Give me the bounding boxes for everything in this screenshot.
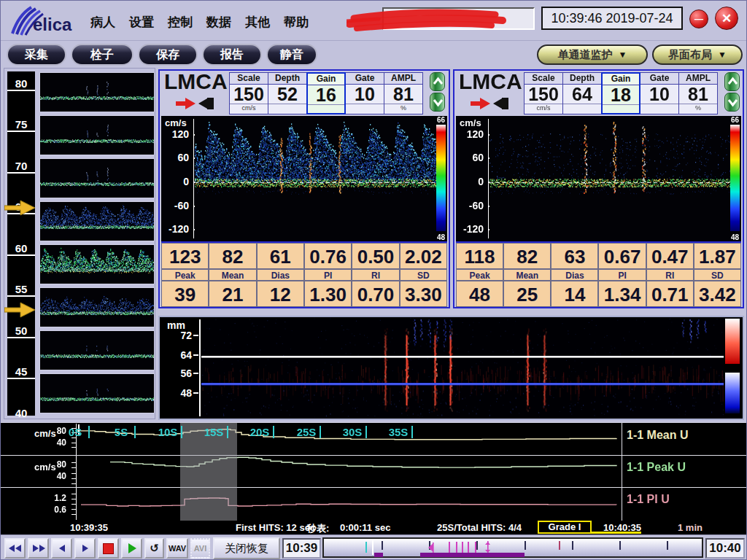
close-button[interactable]: ✕ — [715, 7, 738, 30]
colorbar — [436, 125, 446, 231]
results-table: 123 82 61 0.76 0.50 2.02 Peak Mean Dias … — [161, 241, 447, 307]
trend-legend-pi: 1-1 PI U — [627, 493, 670, 506]
depth-strip-row[interactable] — [39, 72, 155, 112]
mmode-colorbar-negative — [725, 373, 740, 413]
channel-panel-left: LMCA Scale 150 cm/s Depth 52 Gain 16 — [158, 69, 450, 308]
menu-bar: 病人 设置 控制 数据 其他 帮助 — [90, 14, 309, 31]
stop-square-icon — [103, 543, 114, 554]
time-tick-label: 15S — [198, 426, 230, 438]
trend-panel: cm/s 80 40 cm/s 80 40 1.2 0.6 0S 5S 10S … — [1, 422, 747, 521]
depth-strip-row[interactable] — [39, 115, 155, 155]
avi-button[interactable]: AVI — [190, 538, 210, 559]
param-scale[interactable]: Scale 150 cm/s — [229, 72, 268, 114]
depth-label: 55 — [7, 283, 35, 295]
menu-settings[interactable]: 设置 — [129, 14, 154, 31]
param-depth[interactable]: Depth 64 — [562, 72, 602, 114]
timeline-cyan-mark — [365, 542, 367, 553]
timeline-scrubber[interactable] — [322, 537, 703, 558]
menu-patient[interactable]: 病人 — [90, 14, 115, 31]
time-tick-label: 0S — [59, 426, 91, 438]
channel-panel-right: LMCA Scale 150 cm/s Depth 64 Gain 18 — [453, 69, 744, 308]
axis-unit-label: cm/s — [165, 117, 187, 128]
trend-legend-peak: 1-1 Peak U — [627, 461, 686, 474]
timeline-end-time: 10:40 — [705, 538, 745, 559]
vessel-title: LMCA — [164, 69, 228, 94]
doppler-spectrogram — [195, 116, 437, 241]
spin-up-button[interactable] — [430, 72, 445, 91]
spin-down-button[interactable] — [430, 93, 445, 112]
monitor-mode-label: 单通道监护 — [558, 48, 613, 62]
param-gate[interactable]: Gate 10 — [345, 72, 384, 114]
param-depth[interactable]: Depth 52 — [268, 72, 307, 114]
mmode-display — [201, 318, 724, 418]
depth-label: 60 — [7, 242, 35, 254]
status-bar: 10:39:35 First HITS: 12 sec 秒表: 0:00:11 … — [1, 521, 747, 534]
param-ampl[interactable]: AMPL 81 % — [678, 72, 718, 114]
param-scale[interactable]: Scale 150 cm/s — [524, 72, 563, 114]
menu-help[interactable]: 帮助 — [284, 14, 309, 31]
time-tick-label: 5S — [105, 426, 137, 438]
layout-dropdown[interactable]: 界面布局 ▼ — [652, 44, 743, 65]
colorbar-max: 66 — [731, 116, 739, 124]
menu-data[interactable]: 数据 — [206, 14, 231, 31]
gate-marker-arrow-icon — [4, 199, 36, 217]
menu-other[interactable]: 其他 — [245, 14, 270, 31]
loop-button[interactable]: ↺ — [144, 538, 164, 559]
monitor-mode-dropdown[interactable]: 单通道监护 ▼ — [537, 44, 648, 65]
colorbar-max: 66 — [437, 116, 445, 124]
menu-control[interactable]: 控制 — [168, 14, 193, 31]
acquire-button[interactable]: 采集 — [7, 44, 66, 66]
depth-label: 50 — [7, 324, 35, 337]
status-first-hits: First HITS: 12 sec — [236, 522, 315, 533]
stop-record-button[interactable] — [98, 538, 119, 559]
selection-segment — [374, 553, 383, 557]
double-right-arrow-icon — [31, 544, 46, 553]
depth-strip-row[interactable] — [39, 373, 155, 413]
embolus-button[interactable]: 栓子 — [71, 44, 133, 66]
mute-button[interactable]: 静音 — [266, 44, 317, 66]
depth-strip-row[interactable] — [39, 158, 155, 198]
minimize-button[interactable]: — — [689, 9, 708, 28]
param-spinner — [430, 72, 445, 112]
time-tick-label: 25S — [290, 426, 322, 438]
colorbar-min: 48 — [437, 233, 445, 241]
left-arrow-icon — [58, 544, 66, 553]
spin-up-button[interactable] — [724, 72, 740, 91]
right-arrow-icon — [81, 544, 90, 553]
rewind-button[interactable] — [4, 538, 26, 559]
depth-strip-row[interactable] — [39, 244, 155, 284]
depth-label: 70 — [7, 160, 35, 172]
colorbar — [730, 125, 740, 231]
trend-legend-mean: 1-1 Mean U — [627, 429, 688, 442]
param-gate[interactable]: Gate 10 — [640, 72, 679, 114]
probe-direction-icon — [471, 96, 517, 112]
step-back-button[interactable] — [51, 538, 72, 559]
time-tick-label: 35S — [382, 426, 414, 438]
param-gain-active[interactable]: Gain 16 — [306, 72, 346, 114]
save-button[interactable]: 保存 — [138, 44, 198, 66]
param-gain-active[interactable]: Gain 18 — [601, 72, 640, 114]
depth-strip-row[interactable] — [39, 287, 155, 327]
redaction-scribble — [347, 8, 511, 33]
spin-down-button[interactable] — [724, 93, 740, 112]
timeline-cursor[interactable] — [372, 540, 374, 555]
depth-strip-row[interactable] — [39, 330, 155, 370]
loop-icon: ↺ — [150, 542, 159, 555]
step-forward-button[interactable] — [74, 538, 96, 559]
param-ampl[interactable]: AMPL 81 % — [384, 72, 423, 114]
vessel-title: LMCA — [459, 69, 522, 94]
play-button[interactable] — [121, 538, 142, 559]
depth-strip-row[interactable] — [39, 201, 155, 241]
fast-forward-button[interactable] — [28, 538, 49, 559]
depth-strip-panel: 80 75 70 65 60 55 50 45 40 — [4, 68, 155, 419]
close-restore-button[interactable]: 关闭恢复 — [213, 537, 280, 559]
report-button[interactable]: 报告 — [202, 44, 262, 66]
status-duration: 1 min — [678, 522, 703, 533]
play-triangle-icon — [127, 542, 137, 554]
param-grid: Scale 150 cm/s Depth 52 Gain 16 Gate 10 … — [230, 72, 423, 114]
title-bar: elica 病人 设置 控制 数据 其他 帮助 10:39:46 2019-07… — [1, 1, 747, 41]
depth-label: 80 — [7, 77, 35, 90]
clock-display: 10:39:46 2019-07-24 — [541, 7, 683, 30]
wav-button[interactable]: WAV — [166, 538, 188, 559]
chevron-down-icon: ▼ — [718, 50, 727, 60]
